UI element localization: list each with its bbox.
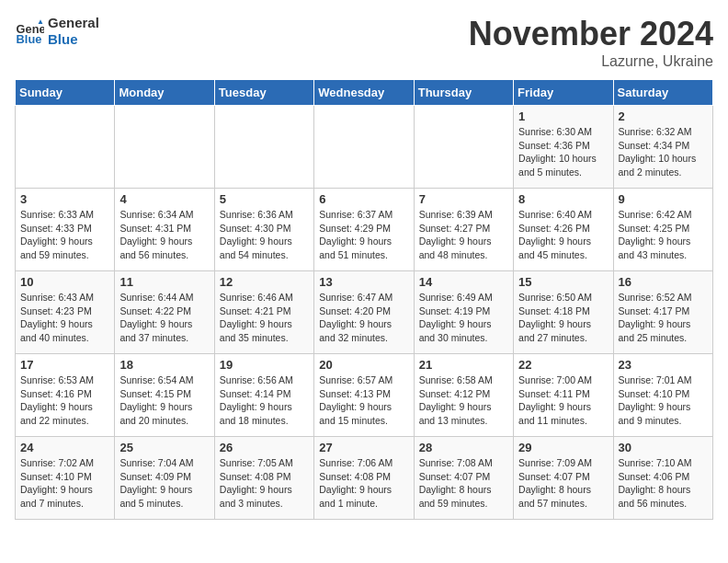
logo: General Blue General Blue xyxy=(15,15,99,48)
day-number: 26 xyxy=(220,441,309,454)
day-number: 18 xyxy=(119,358,209,372)
calendar-cell: 6Sunrise: 6:37 AM Sunset: 4:29 PM Daylig… xyxy=(314,189,414,271)
day-number: 10 xyxy=(20,275,109,289)
calendar-cell: 30Sunrise: 7:10 AM Sunset: 4:06 PM Dayli… xyxy=(613,437,712,520)
calendar-cell: 5Sunrise: 6:36 AM Sunset: 4:30 PM Daylig… xyxy=(214,189,313,271)
day-number: 23 xyxy=(619,358,708,372)
header: General Blue General Blue November 2024 … xyxy=(15,15,713,70)
day-info: Sunrise: 6:42 AM Sunset: 4:25 PM Dayligh… xyxy=(619,208,708,262)
day-number: 19 xyxy=(220,358,309,372)
calendar-cell: 10Sunrise: 6:43 AM Sunset: 4:23 PM Dayli… xyxy=(16,271,115,354)
day-number: 13 xyxy=(319,275,408,289)
day-number: 24 xyxy=(20,441,109,454)
day-info: Sunrise: 7:00 AM Sunset: 4:11 PM Dayligh… xyxy=(518,373,608,428)
day-info: Sunrise: 6:39 AM Sunset: 4:27 PM Dayligh… xyxy=(419,208,508,262)
calendar-cell: 8Sunrise: 6:40 AM Sunset: 4:26 PM Daylig… xyxy=(514,189,613,271)
calendar-week-row: 10Sunrise: 6:43 AM Sunset: 4:23 PM Dayli… xyxy=(16,271,713,354)
day-info: Sunrise: 7:09 AM Sunset: 4:07 PM Dayligh… xyxy=(518,456,608,511)
calendar-cell: 13Sunrise: 6:47 AM Sunset: 4:20 PM Dayli… xyxy=(314,271,414,354)
day-number: 21 xyxy=(419,358,508,372)
day-info: Sunrise: 6:36 AM Sunset: 4:30 PM Dayligh… xyxy=(220,208,309,262)
header-day: Friday xyxy=(514,80,613,106)
day-info: Sunrise: 6:53 AM Sunset: 4:16 PM Dayligh… xyxy=(20,373,109,428)
day-number: 5 xyxy=(220,192,309,206)
calendar-cell xyxy=(115,106,214,189)
day-info: Sunrise: 6:58 AM Sunset: 4:12 PM Dayligh… xyxy=(419,373,508,428)
calendar-cell: 15Sunrise: 6:50 AM Sunset: 4:18 PM Dayli… xyxy=(514,271,613,354)
day-info: Sunrise: 6:56 AM Sunset: 4:14 PM Dayligh… xyxy=(220,373,309,428)
day-info: Sunrise: 7:01 AM Sunset: 4:10 PM Dayligh… xyxy=(619,373,708,428)
day-number: 17 xyxy=(20,358,109,372)
calendar-table: SundayMondayTuesdayWednesdayThursdayFrid… xyxy=(15,79,713,520)
calendar-cell: 4Sunrise: 6:34 AM Sunset: 4:31 PM Daylig… xyxy=(115,189,214,271)
calendar-cell: 19Sunrise: 6:56 AM Sunset: 4:14 PM Dayli… xyxy=(214,354,313,437)
day-number: 4 xyxy=(119,192,209,206)
location-title: Lazurne, Ukraine xyxy=(469,53,713,70)
day-info: Sunrise: 7:10 AM Sunset: 4:06 PM Dayligh… xyxy=(619,456,708,511)
title-area: November 2024 Lazurne, Ukraine xyxy=(469,15,713,70)
day-number: 12 xyxy=(220,275,309,289)
calendar-week-row: 3Sunrise: 6:33 AM Sunset: 4:33 PM Daylig… xyxy=(16,189,713,271)
day-info: Sunrise: 6:49 AM Sunset: 4:19 PM Dayligh… xyxy=(419,291,508,345)
calendar-week-row: 24Sunrise: 7:02 AM Sunset: 4:10 PM Dayli… xyxy=(16,437,713,520)
day-number: 27 xyxy=(319,441,408,454)
calendar-cell: 3Sunrise: 6:33 AM Sunset: 4:33 PM Daylig… xyxy=(16,189,115,271)
day-info: Sunrise: 6:52 AM Sunset: 4:17 PM Dayligh… xyxy=(619,291,708,345)
day-info: Sunrise: 6:32 AM Sunset: 4:34 PM Dayligh… xyxy=(619,125,708,179)
logo-icon: General Blue xyxy=(15,17,44,46)
day-number: 1 xyxy=(518,109,608,123)
calendar-cell: 2Sunrise: 6:32 AM Sunset: 4:34 PM Daylig… xyxy=(613,106,712,189)
calendar-cell xyxy=(16,106,115,189)
calendar-cell: 29Sunrise: 7:09 AM Sunset: 4:07 PM Dayli… xyxy=(514,437,613,520)
header-row: SundayMondayTuesdayWednesdayThursdayFrid… xyxy=(16,80,713,106)
calendar-cell xyxy=(414,106,513,189)
day-info: Sunrise: 6:30 AM Sunset: 4:36 PM Dayligh… xyxy=(518,125,608,179)
day-info: Sunrise: 7:05 AM Sunset: 4:08 PM Dayligh… xyxy=(220,456,309,511)
day-info: Sunrise: 6:44 AM Sunset: 4:22 PM Dayligh… xyxy=(119,291,209,345)
day-number: 6 xyxy=(319,192,408,206)
day-info: Sunrise: 6:43 AM Sunset: 4:23 PM Dayligh… xyxy=(20,291,109,345)
calendar-cell: 24Sunrise: 7:02 AM Sunset: 4:10 PM Dayli… xyxy=(16,437,115,520)
day-info: Sunrise: 6:34 AM Sunset: 4:31 PM Dayligh… xyxy=(119,208,209,262)
calendar-cell: 1Sunrise: 6:30 AM Sunset: 4:36 PM Daylig… xyxy=(514,106,613,189)
day-info: Sunrise: 7:02 AM Sunset: 4:10 PM Dayligh… xyxy=(20,456,109,511)
calendar-cell: 28Sunrise: 7:08 AM Sunset: 4:07 PM Dayli… xyxy=(414,437,513,520)
calendar-cell: 9Sunrise: 6:42 AM Sunset: 4:25 PM Daylig… xyxy=(613,189,712,271)
calendar-cell: 25Sunrise: 7:04 AM Sunset: 4:09 PM Dayli… xyxy=(115,437,214,520)
header-day: Wednesday xyxy=(314,80,414,106)
header-day: Tuesday xyxy=(214,80,313,106)
day-info: Sunrise: 6:47 AM Sunset: 4:20 PM Dayligh… xyxy=(319,291,408,345)
day-info: Sunrise: 7:08 AM Sunset: 4:07 PM Dayligh… xyxy=(419,456,508,511)
day-number: 8 xyxy=(518,192,608,206)
day-info: Sunrise: 6:57 AM Sunset: 4:13 PM Dayligh… xyxy=(319,373,408,428)
day-info: Sunrise: 6:54 AM Sunset: 4:15 PM Dayligh… xyxy=(119,373,209,428)
calendar-cell: 27Sunrise: 7:06 AM Sunset: 4:08 PM Dayli… xyxy=(314,437,414,520)
day-number: 11 xyxy=(119,275,209,289)
calendar-cell xyxy=(314,106,414,189)
calendar-cell: 11Sunrise: 6:44 AM Sunset: 4:22 PM Dayli… xyxy=(115,271,214,354)
calendar-cell: 18Sunrise: 6:54 AM Sunset: 4:15 PM Dayli… xyxy=(115,354,214,437)
header-day: Sunday xyxy=(16,80,115,106)
day-number: 20 xyxy=(319,358,408,372)
calendar-body: 1Sunrise: 6:30 AM Sunset: 4:36 PM Daylig… xyxy=(16,106,713,520)
day-number: 2 xyxy=(619,109,708,123)
calendar-week-row: 1Sunrise: 6:30 AM Sunset: 4:36 PM Daylig… xyxy=(16,106,713,189)
calendar-cell: 16Sunrise: 6:52 AM Sunset: 4:17 PM Dayli… xyxy=(613,271,712,354)
calendar-cell: 14Sunrise: 6:49 AM Sunset: 4:19 PM Dayli… xyxy=(414,271,513,354)
calendar-cell: 7Sunrise: 6:39 AM Sunset: 4:27 PM Daylig… xyxy=(414,189,513,271)
calendar-cell: 20Sunrise: 6:57 AM Sunset: 4:13 PM Dayli… xyxy=(314,354,414,437)
logo-blue-text: Blue xyxy=(48,31,99,48)
day-info: Sunrise: 6:40 AM Sunset: 4:26 PM Dayligh… xyxy=(518,208,608,262)
header-day: Thursday xyxy=(414,80,513,106)
header-day: Monday xyxy=(115,80,214,106)
day-number: 3 xyxy=(20,192,109,206)
calendar-header: SundayMondayTuesdayWednesdayThursdayFrid… xyxy=(16,80,713,106)
day-number: 7 xyxy=(419,192,508,206)
day-number: 9 xyxy=(619,192,708,206)
day-number: 28 xyxy=(419,441,508,454)
calendar-cell: 12Sunrise: 6:46 AM Sunset: 4:21 PM Dayli… xyxy=(214,271,313,354)
calendar-cell: 17Sunrise: 6:53 AM Sunset: 4:16 PM Dayli… xyxy=(16,354,115,437)
day-info: Sunrise: 6:46 AM Sunset: 4:21 PM Dayligh… xyxy=(220,291,309,345)
calendar-week-row: 17Sunrise: 6:53 AM Sunset: 4:16 PM Dayli… xyxy=(16,354,713,437)
day-info: Sunrise: 6:50 AM Sunset: 4:18 PM Dayligh… xyxy=(518,291,608,345)
